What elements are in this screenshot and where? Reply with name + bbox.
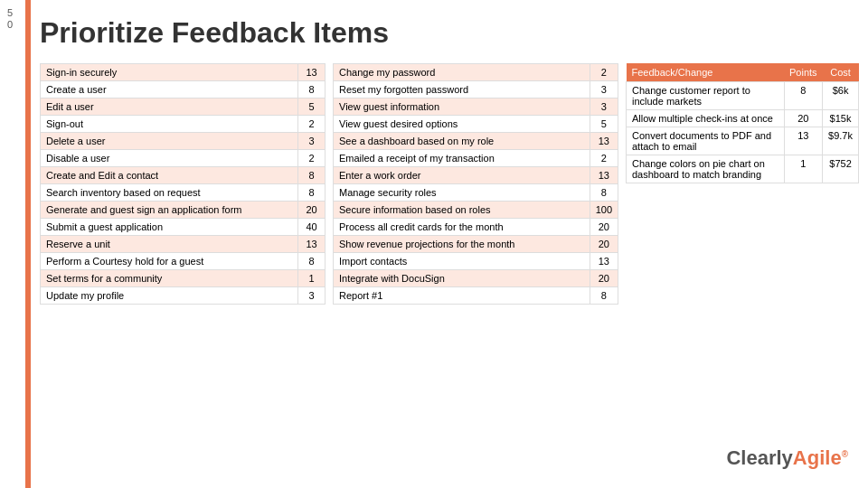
row-cost: $752 (823, 155, 859, 183)
table-row: Process all credit cards for the month20 (334, 219, 618, 236)
table-row: Import contacts13 (334, 253, 618, 270)
right-table: Feedback/ChangePointsCostChange customer… (626, 63, 859, 183)
row-points: 2 (298, 116, 326, 133)
row-points: 5 (590, 116, 618, 133)
row-label: Secure information based on roles (334, 202, 590, 219)
table-row: Emailed a receipt of my transaction2 (334, 150, 618, 167)
row-label: Sign-out (41, 116, 298, 133)
table-row: Disable a user2 (41, 150, 326, 167)
table-row: Create and Edit a contact8 (41, 167, 326, 184)
row-label: Change colors on pie chart on dashboard … (627, 155, 785, 183)
logo: ClearlyAgile® (726, 446, 848, 470)
row-label: Change customer report to include market… (627, 82, 785, 110)
row-cost: $9.7k (823, 127, 859, 155)
row-points: 2 (590, 64, 618, 81)
row-label: Delete a user (41, 133, 298, 150)
row-points: 8 (298, 253, 326, 270)
slide-number: 5 0 (7, 7, 13, 31)
row-label: Report #1 (334, 287, 590, 305)
row-points: 3 (298, 287, 326, 305)
row-label: Create and Edit a contact (41, 167, 298, 184)
table-row: Submit a guest application40 (41, 219, 326, 236)
table-row: Reset my forgotten password3 (334, 81, 618, 99)
logo-agile: Agile (793, 446, 842, 469)
table-row: Report #18 (334, 287, 618, 305)
row-points: 2 (298, 150, 326, 167)
row-points: 13 (298, 236, 326, 253)
right-panel: Feedback/ChangePointsCostChange customer… (626, 63, 859, 479)
row-label: View guest desired options (334, 116, 590, 133)
table-row: Update my profile3 (41, 287, 326, 305)
table-row: Reserve a unit13 (41, 236, 326, 253)
row-points: 1 (784, 155, 823, 183)
column-header: Cost (823, 63, 859, 82)
row-label: Emailed a receipt of my transaction (334, 150, 590, 167)
table-row: View guest information3 (334, 99, 618, 116)
row-label: Generate and guest sign an application f… (41, 202, 298, 219)
left-tables: Sign-in securely13Create a user8Edit a u… (40, 63, 618, 479)
table-row: Manage security roles8 (334, 184, 618, 202)
row-label: Edit a user (41, 99, 298, 116)
row-label: Change my password (334, 64, 590, 81)
row-points: 3 (298, 133, 326, 150)
table-row: Set terms for a community1 (41, 270, 326, 287)
row-points: 8 (298, 167, 326, 184)
accent-bar (25, 0, 31, 488)
table-row: Perform a Courtesy hold for a guest8 (41, 253, 326, 270)
row-points: 40 (298, 219, 326, 236)
row-label: Show revenue projections for the month (334, 236, 590, 253)
row-label: Create a user (41, 81, 298, 99)
table-row: Search inventory based on request8 (41, 184, 326, 202)
row-points: 3 (590, 99, 618, 116)
row-label: Update my profile (41, 287, 298, 305)
row-points: 20 (590, 270, 618, 287)
row-points: 20 (590, 236, 618, 253)
row-points: 3 (590, 81, 618, 99)
row-label: Search inventory based on request (41, 184, 298, 202)
table-row: Allow multiple check-ins at once20$15k (627, 110, 859, 127)
table-row: Change my password2 (334, 64, 618, 81)
row-label: Manage security roles (334, 184, 590, 202)
column-header: Feedback/Change (627, 63, 785, 82)
row-points: 13 (298, 64, 326, 81)
two-column-tables: Sign-in securely13Create a user8Edit a u… (40, 63, 618, 305)
row-label: Process all credit cards for the month (334, 219, 590, 236)
table-row: Integrate with DocuSign20 (334, 270, 618, 287)
row-points: 100 (590, 202, 618, 219)
row-points: 8 (590, 184, 618, 202)
row-label: Disable a user (41, 150, 298, 167)
table-row: View guest desired options5 (334, 116, 618, 133)
row-label: See a dashboard based on my role (334, 133, 590, 150)
row-points: 20 (298, 202, 326, 219)
row-points: 1 (298, 270, 326, 287)
row-label: View guest information (334, 99, 590, 116)
feedback-table-col2: Change my password2Reset my forgotten pa… (333, 63, 618, 305)
logo-registered: ® (842, 449, 848, 459)
main-content: Sign-in securely13Create a user8Edit a u… (40, 63, 859, 479)
table-row: Convert documents to PDF and attach to e… (627, 127, 859, 155)
row-label: Convert documents to PDF and attach to e… (627, 127, 785, 155)
column-header: Points (784, 63, 823, 82)
table-row: Sign-out2 (41, 116, 326, 133)
row-points: 2 (590, 150, 618, 167)
row-label: Submit a guest application (41, 219, 298, 236)
row-points: 5 (298, 99, 326, 116)
feedback-table-col1: Sign-in securely13Create a user8Edit a u… (40, 63, 326, 305)
row-points: 13 (590, 167, 618, 184)
table-row: Sign-in securely13 (41, 64, 326, 81)
table-row: Edit a user5 (41, 99, 326, 116)
row-cost: $15k (823, 110, 859, 127)
table-row: Show revenue projections for the month20 (334, 236, 618, 253)
table-row: Delete a user3 (41, 133, 326, 150)
row-points: 13 (590, 133, 618, 150)
row-label: Reserve a unit (41, 236, 298, 253)
table-row: See a dashboard based on my role13 (334, 133, 618, 150)
row-label: Sign-in securely (41, 64, 298, 81)
row-points: 20 (784, 110, 823, 127)
row-label: Perform a Courtesy hold for a guest (41, 253, 298, 270)
row-label: Reset my forgotten password (334, 81, 590, 99)
row-points: 8 (298, 81, 326, 99)
row-points: 13 (590, 253, 618, 270)
row-label: Integrate with DocuSign (334, 270, 590, 287)
row-label: Enter a work order (334, 167, 590, 184)
